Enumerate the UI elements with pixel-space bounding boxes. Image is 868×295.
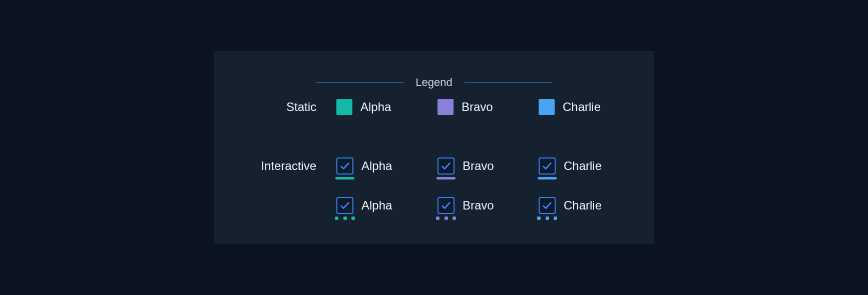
legend-toggle-alpha-solid: Alpha: [336, 158, 411, 174]
check-icon: [542, 200, 553, 211]
interactive-items-dotted: Alpha Bravo: [336, 197, 614, 214]
row-label-static: Static: [244, 100, 316, 114]
series-indicator-bravo-dotted: [436, 216, 456, 220]
legend-label-charlie: Charlie: [563, 100, 601, 114]
legend-item-bravo: Bravo: [438, 99, 513, 115]
legend-label-bravo-solid: Bravo: [463, 159, 494, 173]
legend-label-alpha-solid: Alpha: [361, 159, 392, 173]
checkbox-alpha-dotted[interactable]: [336, 197, 353, 214]
series-indicator-alpha-solid: [335, 177, 354, 180]
series-indicator-bravo-solid: [437, 177, 456, 180]
legend-title: Legend: [415, 76, 452, 89]
check-icon: [441, 160, 452, 172]
header-divider-right: [465, 82, 552, 83]
legend-toggle-alpha-dotted: Alpha: [336, 197, 411, 214]
header-divider-left: [316, 82, 403, 83]
legend-row-static: Static Alpha Bravo Charlie: [244, 99, 624, 115]
legend-label-alpha: Alpha: [360, 100, 391, 114]
swatch-alpha: [336, 99, 352, 115]
check-icon: [339, 160, 350, 172]
legend-label-charlie-dotted: Charlie: [564, 198, 602, 212]
legend-toggle-bravo-dotted: Bravo: [438, 197, 513, 214]
legend-toggle-bravo-solid: Bravo: [438, 158, 513, 174]
check-icon: [441, 200, 452, 211]
series-indicator-charlie-dotted: [537, 216, 557, 220]
checkbox-charlie-solid[interactable]: [539, 158, 556, 174]
checkbox-bravo-solid[interactable]: [438, 158, 455, 174]
legend-header: Legend: [244, 76, 624, 89]
legend-panel: Legend Static Alpha Bravo Charlie Intera…: [214, 51, 654, 244]
series-indicator-charlie-solid: [538, 177, 557, 180]
checkbox-bravo-dotted[interactable]: [438, 197, 455, 214]
checkbox-alpha-solid[interactable]: [336, 158, 353, 174]
legend-label-bravo-dotted: Bravo: [463, 198, 494, 212]
series-indicator-alpha-dotted: [335, 216, 355, 220]
static-items: Alpha Bravo Charlie: [336, 99, 614, 115]
legend-label-bravo: Bravo: [462, 100, 493, 114]
swatch-charlie: [539, 99, 555, 115]
legend-item-charlie: Charlie: [539, 99, 614, 115]
legend-label-alpha-dotted: Alpha: [361, 198, 392, 212]
legend-item-alpha: Alpha: [336, 99, 411, 115]
legend-row-interactive-dotted: Alpha Bravo: [244, 197, 624, 214]
row-label-interactive: Interactive: [244, 159, 316, 173]
legend-label-charlie-solid: Charlie: [564, 159, 602, 173]
interactive-items-solid: Alpha Bravo Charlie: [336, 158, 614, 174]
check-icon: [542, 160, 553, 172]
legend-row-interactive-solid: Interactive Alpha Bravo: [244, 158, 624, 174]
checkbox-charlie-dotted[interactable]: [539, 197, 556, 214]
legend-toggle-charlie-solid: Charlie: [539, 158, 614, 174]
check-icon: [339, 200, 350, 211]
swatch-bravo: [438, 99, 454, 115]
legend-toggle-charlie-dotted: Charlie: [539, 197, 614, 214]
